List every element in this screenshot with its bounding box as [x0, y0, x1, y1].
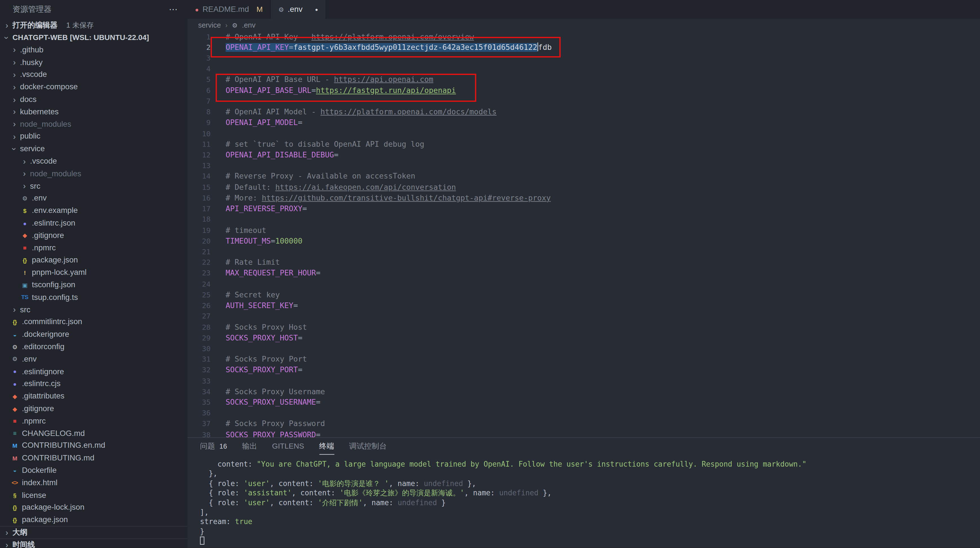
editor-line[interactable]: 33	[188, 375, 980, 386]
tree-file-.env.example[interactable]: $.env.example	[0, 205, 188, 217]
editor-line[interactable]: 5# OpenAI API Base URL - https://api.ope…	[188, 74, 980, 85]
tree-folder-docker-compose[interactable]: ›docker-compose	[0, 81, 188, 93]
tree-file-package.json[interactable]: {}package.json	[0, 254, 188, 267]
dirty-indicator-icon[interactable]: ●	[315, 6, 318, 12]
editor-line[interactable]: 36	[188, 408, 980, 418]
tree-folder-node_modules[interactable]: ›node_modules	[0, 167, 188, 179]
tree-file-pnpm-lock.yaml[interactable]: !pnpm-lock.yaml	[0, 267, 188, 279]
editor-line[interactable]: 21	[188, 246, 980, 257]
tree-folder-public[interactable]: ›public	[0, 130, 188, 143]
editor-line[interactable]: 25# Secret key	[188, 289, 980, 300]
tree-file-.gitattributes[interactable]: ◆.gitattributes	[0, 390, 188, 402]
editor-line[interactable]: 32SOCKS_PROXY_PORT=	[188, 365, 980, 375]
tree-file-package.json[interactable]: {}package.json	[0, 514, 188, 526]
tab-label: .env	[288, 5, 302, 14]
editor-line[interactable]: 23MAX_REQUEST_PER_HOUR=	[188, 268, 980, 278]
editor-line[interactable]: 24	[188, 278, 980, 289]
editor-line[interactable]: 13	[188, 160, 980, 171]
tree-file-CONTRIBUTING.en.md[interactable]: MCONTRIBUTING.en.md	[0, 439, 188, 452]
panel-tab-problems[interactable]: 问题16	[200, 438, 227, 455]
editor-line[interactable]: 16# More: https://github.com/transitive-…	[188, 192, 980, 203]
editor-line[interactable]: 19# timeout	[188, 225, 980, 235]
tree-folder-src[interactable]: ›src	[0, 179, 188, 192]
editor-line[interactable]: 29SOCKS_PROXY_HOST=	[188, 332, 980, 343]
tree-file-.npmrc[interactable]: ■.npmrc	[0, 241, 188, 254]
tree-folder-kubernetes[interactable]: ›kubernetes	[0, 106, 188, 118]
more-actions-icon[interactable]: ⋯	[169, 5, 179, 14]
breadcrumb-item[interactable]: service	[198, 21, 221, 29]
code-token: =	[316, 430, 320, 437]
panel-tab-output[interactable]: 输出	[242, 438, 257, 455]
editor-line[interactable]: 26AUTH_SECRET_KEY=	[188, 300, 980, 311]
tree-folder-.vscode[interactable]: ›.vscode	[0, 68, 188, 81]
tree-file-.npmrc[interactable]: ■.npmrc	[0, 415, 188, 427]
tree-file-license[interactable]: §license	[0, 489, 188, 501]
tree-folder-.husky[interactable]: ›.husky	[0, 56, 188, 68]
code-token: fdb	[538, 43, 552, 52]
tree-folder-service[interactable]: ›service	[0, 143, 188, 155]
editor-line[interactable]: 1# OpenAI API Key - https://platform.ope…	[188, 31, 980, 42]
tree-file-.eslintrc.cjs[interactable]: ●.eslintrc.cjs	[0, 378, 188, 390]
editor-line[interactable]: 30	[188, 343, 980, 354]
editor-line[interactable]: 14# Reverse Proxy - Available on accessT…	[188, 171, 980, 182]
tree-file-tsconfig.json[interactable]: ▣tsconfig.json	[0, 279, 188, 291]
tree-folder-.github[interactable]: ›.github	[0, 44, 188, 56]
editor-line[interactable]: 22# Rate Limit	[188, 257, 980, 268]
panel-tab-debug-console[interactable]: 调试控制台	[349, 438, 387, 455]
tree-file-CONTRIBUTING.md[interactable]: MCONTRIBUTING.md	[0, 452, 188, 464]
tree-file-CHANGELOG.md[interactable]: ≡CHANGELOG.md	[0, 427, 188, 440]
open-editors-section-header[interactable]: › 打开的编辑器 1 未保存	[0, 19, 188, 31]
code-editor[interactable]: 1# OpenAI API Key - https://platform.ope…	[188, 31, 980, 437]
tree-file-index.html[interactable]: <>index.html	[0, 477, 188, 489]
code-token: OPENAI_API_BASE_URL	[226, 86, 312, 95]
tree-folder-.vscode[interactable]: ›.vscode	[0, 155, 188, 167]
editor-line[interactable]: 17API_REVERSE_PROXY=	[188, 203, 980, 214]
tree-file-.eslintrc.json[interactable]: ●.eslintrc.json	[0, 217, 188, 229]
editor-line[interactable]: 37# Socks Proxy Password	[188, 418, 980, 429]
breadcrumb-item[interactable]: .env	[242, 21, 256, 29]
editor-line[interactable]: 12OPENAI_API_DISABLE_DEBUG=	[188, 149, 980, 160]
tab-readme[interactable]: ●README.mdM	[188, 0, 271, 19]
editor-line[interactable]: 10	[188, 128, 980, 139]
editor-line[interactable]: 9OPENAI_API_MODEL=	[188, 117, 980, 128]
vscode-window: 资源管理器 ⋯ › 打开的编辑器 1 未保存 › CHATGPT-WEB [WS…	[0, 0, 980, 548]
sidebar-section-timeline[interactable]: ›时间线	[0, 538, 188, 548]
tree-file-.gitignore[interactable]: ◆.gitignore	[0, 402, 188, 415]
tree-file-.dockerignore[interactable]: ◒.dockerignore	[0, 328, 188, 340]
editor-line[interactable]: 38SOCKS_PROXY_PASSWORD=	[188, 429, 980, 437]
panel-tab-terminal[interactable]: 终端	[319, 438, 334, 455]
editor-line[interactable]: 20TIMEOUT_MS=100000	[188, 236, 980, 246]
editor-line[interactable]: 7	[188, 96, 980, 106]
terminal-output[interactable]: content: "You are ChatGPT, a large langu…	[188, 455, 980, 548]
tab-env[interactable]: ⚙.env●	[271, 0, 326, 19]
editor-line[interactable]: 34# Socks Proxy Username	[188, 386, 980, 397]
tree-file-.editorconfig[interactable]: ⚙.editorconfig	[0, 340, 188, 353]
editor-line[interactable]: 3	[188, 52, 980, 64]
editor-line[interactable]: 15# Default: https://ai.fakeopen.com/api…	[188, 182, 980, 192]
tree-folder-src[interactable]: ›src	[0, 303, 188, 316]
editor-line[interactable]: 11# set `true` to disable OpenAI API deb…	[188, 139, 980, 149]
editor-line[interactable]: 18	[188, 214, 980, 225]
tree-folder-node_modules[interactable]: ›node_modules	[0, 118, 188, 130]
editor-line[interactable]: 27	[188, 311, 980, 322]
tree-file-.env[interactable]: ⚙.env	[0, 192, 188, 205]
editor-line[interactable]: 2OPENAI_API_KEY=fastgpt-y6b3axfbdd5wyp01…	[188, 42, 980, 52]
editor-line[interactable]: 35SOCKS_PROXY_USERNAME=	[188, 397, 980, 407]
editor-line[interactable]: 28# Socks Proxy Host	[188, 322, 980, 332]
tree-file-tsup.config.ts[interactable]: TStsup.config.ts	[0, 291, 188, 303]
tree-file-.env[interactable]: ⚙.env	[0, 353, 188, 365]
editor-line[interactable]: 4	[188, 64, 980, 74]
editor-line[interactable]: 31# Socks Proxy Port	[188, 354, 980, 365]
tree-folder-docs[interactable]: ›docs	[0, 93, 188, 106]
editor-line[interactable]: 8# OpenAI API Model - https://platform.o…	[188, 106, 980, 117]
editor-line[interactable]: 6OPENAI_API_BASE_URL=https://fastgpt.run…	[188, 85, 980, 96]
workspace-section-header[interactable]: › CHATGPT-WEB [WSL: UBUNTU-22.04]	[0, 31, 188, 44]
chevron-right-icon: ›	[10, 57, 19, 67]
sidebar-section-outline[interactable]: ›大纲	[0, 526, 188, 538]
tree-file-Dockerfile[interactable]: ◒Dockerfile	[0, 464, 188, 477]
tree-file-.commitlintrc.json[interactable]: {}.commitlintrc.json	[0, 316, 188, 328]
tree-file-.gitignore[interactable]: ◆.gitignore	[0, 229, 188, 241]
tree-file-.eslintignore[interactable]: ●.eslintignore	[0, 365, 188, 378]
tree-file-package-lock.json[interactable]: {}package-lock.json	[0, 501, 188, 514]
panel-tab-gitlens[interactable]: GITLENS	[272, 438, 304, 455]
